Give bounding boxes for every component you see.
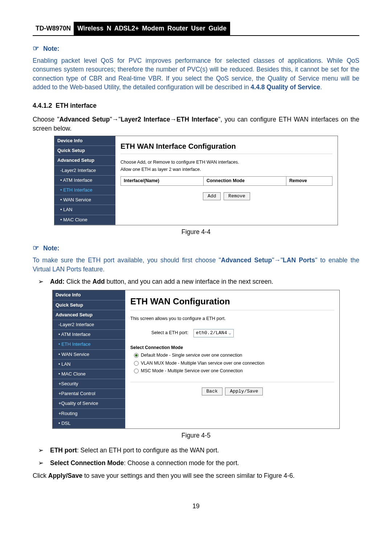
chevron-down-icon: ⌄ xyxy=(228,330,231,336)
note2-text: To make sure the ETH port available, you… xyxy=(33,256,359,274)
radio-vlan-mux-mode[interactable] xyxy=(134,361,139,366)
select-eth-label: Select a ETH port: xyxy=(130,330,192,336)
nav-item[interactable]: -Layer2 Interface xyxy=(54,166,115,176)
add-bullet: ➢ Add: Click the Add button, and you can… xyxy=(38,277,359,286)
nav-item[interactable]: • DSL xyxy=(53,419,125,428)
model-label: TD-W8970N xyxy=(33,22,74,34)
th-mode: Connection Mode xyxy=(204,177,286,185)
nav-item[interactable]: +Security xyxy=(53,379,125,389)
th-interface: Interface/(Name) xyxy=(121,177,204,185)
back-button[interactable]: Back xyxy=(202,387,222,395)
figure-caption: Figure 4-5 xyxy=(33,431,359,440)
panel-text: Allow one ETH as layer 2 wan interface. xyxy=(121,167,332,173)
nav-item[interactable]: • ATM Interface xyxy=(53,330,125,340)
nav-item[interactable]: Device Info xyxy=(54,136,115,146)
pointing-hand-icon: ☞ xyxy=(33,44,39,52)
arrow-icon: → xyxy=(112,116,119,123)
arrow-icon: → xyxy=(274,257,281,264)
panel-desc: This screen allows you to configure a ET… xyxy=(130,316,334,322)
nav-item[interactable]: • LAN xyxy=(54,205,115,215)
nav-item[interactable]: • LAN xyxy=(53,360,125,369)
closing-paragraph: Click Apply/Save to save your settings a… xyxy=(33,471,359,480)
nav-item[interactable]: +Quality of Service xyxy=(53,399,125,409)
note-header: ☞ Note: xyxy=(33,43,359,53)
note1-tail: . xyxy=(320,83,322,91)
nav-item-active[interactable]: • ETH Interface xyxy=(54,185,115,195)
panel-text: Choose Add, or Remove to configure ETH W… xyxy=(121,159,332,166)
triangle-bullet-icon: ➢ xyxy=(38,277,44,286)
note-header: ☞ Note: xyxy=(33,243,359,253)
nav-item[interactable]: Device Info xyxy=(53,290,125,300)
nav-item[interactable]: -Layer2 Interface xyxy=(53,320,125,330)
divider xyxy=(130,382,334,382)
radio-default-mode[interactable] xyxy=(134,353,139,358)
nav-item[interactable]: Advanced Setup xyxy=(53,310,125,320)
nav-item[interactable]: • ATM Interface xyxy=(54,176,115,185)
select-mode-bullet: ➢ Select Connection Mode: Choose a conne… xyxy=(38,459,359,468)
mode-label: Default Mode - Single service over one c… xyxy=(141,353,242,358)
nav-item[interactable]: • WAN Service xyxy=(54,195,115,205)
note1-bold: 4.4.8 Quality of Service xyxy=(251,83,320,91)
remove-button[interactable]: Remove xyxy=(224,192,250,200)
section-number: 4.4.1.2 xyxy=(33,102,52,109)
page-number: 19 xyxy=(33,502,359,511)
nav-item[interactable]: +Routing xyxy=(53,409,125,419)
nav-item[interactable]: Advanced Setup xyxy=(54,156,115,165)
figure-4-4-screenshot: Device Info Quick Setup Advanced Setup -… xyxy=(54,136,338,225)
section-title: ETH interface xyxy=(56,102,97,109)
nav-item[interactable]: • MAC Clone xyxy=(53,369,125,379)
apply-save-button[interactable]: Apply/Save xyxy=(225,387,263,395)
mode-label: VLAN MUX Mode - Multiple Vlan service ov… xyxy=(141,361,264,366)
eth-port-select[interactable]: eth0.2/LAN4⌄ xyxy=(193,329,234,337)
mode-label: MSC Mode - Multiple Service over one Con… xyxy=(141,368,243,373)
add-button[interactable]: Add xyxy=(203,192,221,200)
pointing-hand-icon: ☞ xyxy=(33,244,39,252)
intro-paragraph: Choose "Advanced Setup"→"Layer2 Interfac… xyxy=(33,115,359,133)
nav-item[interactable]: Quick Setup xyxy=(53,300,125,310)
section-heading: 4.4.1.2 ETH interface xyxy=(33,101,359,110)
doc-header: TD-W8970N Wireless N ADSL2+ Modem Router… xyxy=(33,22,359,36)
th-remove: Remove xyxy=(286,177,332,185)
radio-msc-mode[interactable] xyxy=(134,369,139,373)
divider xyxy=(121,153,332,154)
nav-item[interactable]: +Parental Control xyxy=(53,389,125,399)
nav-menu: Device Info Quick Setup Advanced Setup -… xyxy=(54,136,115,225)
interface-table: Interface/(Name) Connection Mode Remove xyxy=(121,176,332,186)
nav-item-active[interactable]: • ETH Interface xyxy=(53,340,125,349)
nav-item[interactable]: Quick Setup xyxy=(54,146,115,156)
note1-text: Enabling packet level QoS for PVC improv… xyxy=(33,56,359,92)
note-label: Note: xyxy=(43,245,60,252)
nav-menu: Device Info Quick Setup Advanced Setup -… xyxy=(53,290,125,428)
panel-title: ETH WAN Configuration xyxy=(130,295,334,308)
guide-title: Wireless N ADSL2+ Modem Router User Guid… xyxy=(74,22,230,35)
figure-caption: Figure 4-4 xyxy=(33,227,359,237)
eth-port-bullet: ➢ ETH port: Select an ETH port to config… xyxy=(38,446,359,455)
nav-item[interactable]: • MAC Clone xyxy=(54,215,115,225)
nav-item[interactable]: • WAN Service xyxy=(53,350,125,360)
arrow-icon: → xyxy=(170,116,177,123)
mode-header: Select Connection Mode xyxy=(130,345,334,351)
note-label: Note: xyxy=(43,45,60,52)
divider xyxy=(130,310,334,311)
figure-4-5-screenshot: Device Info Quick Setup Advanced Setup -… xyxy=(52,290,340,429)
triangle-bullet-icon: ➢ xyxy=(38,459,44,468)
triangle-bullet-icon: ➢ xyxy=(38,446,44,455)
panel-title: ETH WAN Interface Configuration xyxy=(121,141,332,151)
